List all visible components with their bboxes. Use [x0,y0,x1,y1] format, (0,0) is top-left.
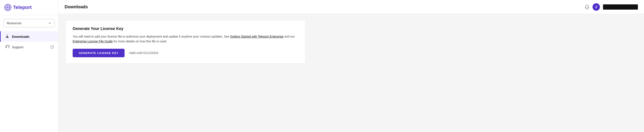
redacted-user-info [603,4,638,10]
page-title: Downloads [64,4,585,10]
external-link-icon [50,45,54,49]
card-description: You will need to add your license file t… [73,34,298,44]
sidebar-item-downloads-label: Downloads [12,35,30,39]
getting-started-link[interactable]: Getting Started with Teleport Enterprise [230,35,284,38]
teleport-logo-icon [4,4,11,11]
sidebar-item-downloads[interactable]: Downloads [0,31,58,42]
valid-until-text: Valid until 01/12/2024 [129,51,158,55]
enterprise-license-link[interactable]: Enterprise License File Guide [73,40,113,43]
sidebar-item-support[interactable]: Support [0,42,58,52]
sidebar-divider [0,15,58,15]
main-content: Downloads Z Generate Your License Key Yo… [58,0,644,132]
chevron-down-icon [48,22,52,25]
card-actions: GENERATE LICENSE KEY Valid until 01/12/2… [73,49,298,57]
logo-text: Teleport [13,5,32,10]
sidebar: Teleport Resources Downloads [0,0,58,132]
license-key-card: Generate Your License Key You will need … [66,20,306,64]
card-title: Generate Your License Key [73,27,298,31]
download-icon [5,34,10,39]
content-area: Generate Your License Key You will need … [58,14,644,132]
header: Downloads Z [58,0,644,14]
generate-license-key-button[interactable]: GENERATE LICENSE KEY [73,49,124,57]
headset-icon [5,45,10,49]
sidebar-item-support-label: Support [12,45,24,49]
description-text-2: and our [284,35,295,38]
user-avatar[interactable]: Z [592,3,600,11]
sidebar-nav: Downloads Support [0,31,58,52]
description-text-3: for more details on how this file is use… [113,40,167,43]
resources-label: Resources [7,22,22,25]
notification-bell-icon[interactable] [585,5,590,10]
description-text-1: You will need to add your license file t… [73,35,230,38]
logo-link[interactable]: Teleport [0,0,58,15]
resources-dropdown[interactable]: Resources [4,19,55,27]
header-actions: Z [585,3,638,11]
svg-point-1 [7,7,8,8]
